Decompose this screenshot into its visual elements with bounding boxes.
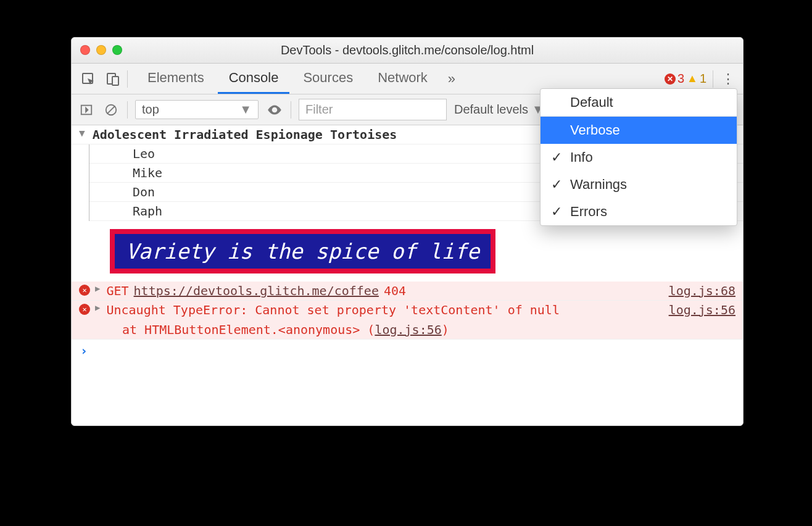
separator — [127, 70, 128, 88]
tab-overflow-button[interactable]: » — [441, 64, 462, 94]
http-status: 404 — [384, 283, 406, 298]
filter-input[interactable] — [299, 99, 447, 120]
styled-log-box: Variety is the spice of life — [110, 229, 495, 273]
tabbar-right: ✕ 3 ▲ 1 ⋮ — [665, 70, 737, 88]
minimize-window-button[interactable] — [96, 45, 106, 55]
separator — [291, 101, 291, 119]
context-value: top — [142, 102, 159, 117]
expand-icon[interactable]: ▶ — [95, 283, 100, 293]
prompt-chevron-icon: › — [80, 343, 88, 358]
error-icon: ✕ — [79, 304, 90, 315]
live-expression-icon[interactable] — [266, 101, 283, 119]
check-icon: ✓ — [550, 177, 563, 193]
tab-network[interactable]: Network — [367, 64, 439, 94]
level-verbose[interactable]: Verbose — [541, 117, 737, 144]
titlebar: DevTools - devtools.glitch.me/console/lo… — [72, 38, 743, 64]
error-url[interactable]: https://devtools.glitch.me/coffee — [134, 283, 379, 298]
source-link[interactable]: log.js:68 — [669, 283, 735, 298]
separator — [713, 70, 713, 88]
settings-menu-button[interactable]: ⋮ — [719, 71, 737, 87]
error-warning-badges[interactable]: ✕ 3 ▲ 1 — [665, 72, 706, 86]
styled-log: Variety is the spice of life — [72, 221, 743, 282]
close-window-button[interactable] — [80, 45, 90, 55]
window-title: DevTools - devtools.glitch.me/console/lo… — [281, 43, 534, 57]
log-level-selector[interactable]: Default levels ▼ — [454, 102, 544, 117]
separator — [127, 101, 128, 119]
log-level-dropdown: Default Verbose ✓ Info ✓ Warnings ✓ Erro… — [540, 88, 737, 226]
sidebar-toggle-icon[interactable] — [78, 101, 95, 119]
level-default[interactable]: Default — [541, 89, 737, 116]
context-selector[interactable]: top ▼ — [135, 100, 259, 119]
error-message: Uncaught TypeError: Cannot set property … — [106, 303, 560, 317]
clear-console-icon[interactable] — [102, 101, 120, 119]
error-icon: ✕ — [79, 285, 90, 296]
console-error-exception[interactable]: ✕ ▶ Uncaught TypeError: Cannot set prope… — [72, 301, 743, 340]
traffic-lights — [80, 45, 122, 55]
expand-icon[interactable]: ▶ — [95, 303, 100, 312]
warning-icon: ▲ — [687, 72, 698, 85]
level-errors[interactable]: ✓ Errors — [541, 198, 737, 225]
console-error-network[interactable]: ✕ ▶ GET https://devtools.glitch.me/coffe… — [72, 282, 743, 301]
error-count: 3 — [677, 72, 684, 86]
console-prompt[interactable]: › — [72, 340, 743, 362]
svg-rect-2 — [112, 77, 118, 85]
tab-console[interactable]: Console — [218, 64, 290, 94]
chevron-down-icon: ▼ — [239, 102, 252, 117]
svg-point-6 — [273, 108, 276, 111]
inspect-element-icon[interactable] — [78, 69, 99, 90]
level-warnings[interactable]: ✓ Warnings — [541, 171, 737, 198]
http-method: GET — [106, 283, 128, 298]
warning-badge[interactable]: ▲ 1 — [687, 72, 706, 86]
tab-sources[interactable]: Sources — [292, 64, 364, 94]
styled-log-text: Variety is the spice of life — [110, 229, 495, 273]
svg-line-5 — [107, 106, 115, 114]
error-icon: ✕ — [665, 73, 676, 85]
tabs: Elements Console Sources Network » — [136, 64, 462, 94]
tab-elements[interactable]: Elements — [136, 64, 215, 94]
stack-link[interactable]: log.js:56 — [375, 322, 441, 337]
warning-count: 1 — [700, 72, 706, 86]
level-info[interactable]: ✓ Info — [541, 144, 737, 171]
source-link[interactable]: log.js:56 — [669, 303, 735, 317]
check-icon: ✓ — [550, 204, 563, 220]
log-level-label: Default levels — [454, 102, 528, 117]
error-badge[interactable]: ✕ 3 — [665, 72, 684, 86]
disclosure-triangle-icon[interactable]: ▼ — [79, 127, 85, 139]
stack-frame: at HTMLButtonElement.<anonymous> (log.js… — [79, 322, 735, 337]
device-toggle-icon[interactable] — [102, 69, 123, 90]
group-title: Adolescent Irradiated Espionage Tortoise… — [93, 127, 397, 142]
check-icon: ✓ — [550, 149, 563, 165]
maximize-window-button[interactable] — [112, 45, 122, 55]
